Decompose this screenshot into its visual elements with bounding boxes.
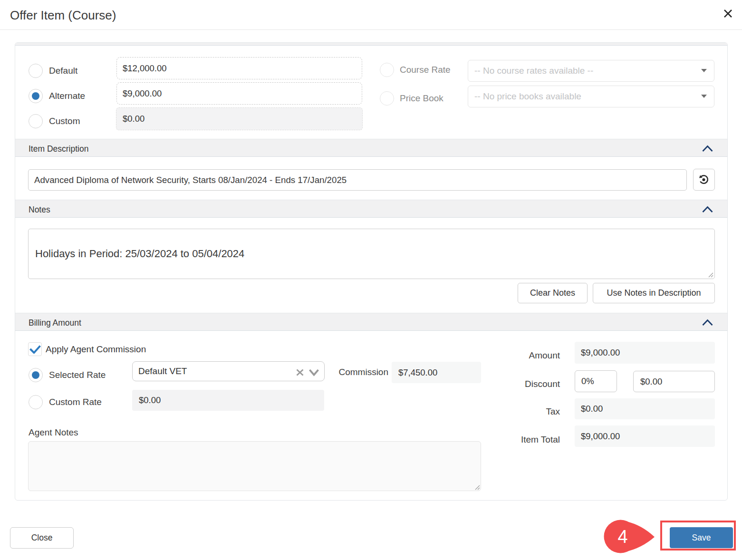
- svg-text:4: 4: [617, 527, 627, 547]
